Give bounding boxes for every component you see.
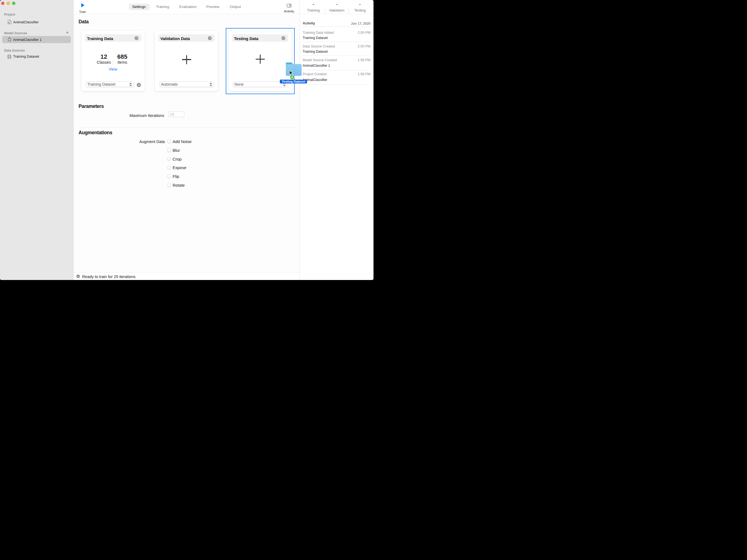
svg-text:ML: ML bbox=[8, 22, 10, 24]
